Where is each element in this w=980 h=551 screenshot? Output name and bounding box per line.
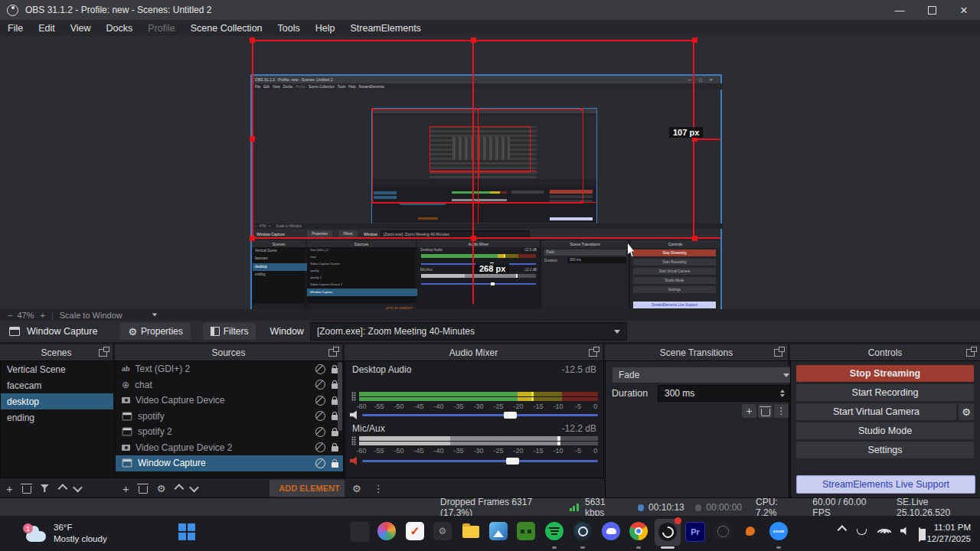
scene-up-button[interactable] — [57, 484, 67, 494]
scale-mode-arrow-icon[interactable] — [152, 314, 157, 317]
mixer-grip-handle[interactable] — [351, 436, 356, 445]
properties-button[interactable]: ⚙ Properties — [120, 323, 190, 340]
chrome-icon[interactable] — [629, 522, 648, 540]
mic-volume-slider[interactable] — [362, 458, 598, 465]
studio-mode-button[interactable]: Studio Mode — [796, 422, 974, 439]
transition-type-select[interactable]: Fade — [612, 367, 796, 383]
todo-check-icon[interactable]: ✓ — [406, 522, 424, 540]
menu-help[interactable]: Help — [308, 20, 343, 36]
zoom-out-button[interactable]: − — [0, 311, 17, 320]
tray-volume-icon[interactable] — [900, 527, 909, 535]
tray-expand-icon[interactable] — [838, 525, 848, 535]
selection-bottom-edge[interactable] — [252, 237, 720, 239]
zoom-icon[interactable]: zoom — [769, 522, 788, 540]
photos-app-icon[interactable] — [489, 522, 508, 540]
muted-mic-icon[interactable] — [350, 456, 360, 465]
settings-button[interactable]: Settings — [796, 442, 974, 458]
controls-popout-icon[interactable] — [966, 349, 975, 357]
source-item-text[interactable]: ab Text (GDI+) 2 — [116, 361, 343, 377]
menu-tools[interactable]: Tools — [270, 20, 308, 36]
lock-icon[interactable] — [332, 431, 338, 436]
transitions-panel-header[interactable]: Scene Transitions — [605, 344, 788, 360]
preview-canvas[interactable]: OBS 31.1.2 - Profile: new - Scenes: Unti… — [0, 36, 980, 309]
voicemeeter-icon[interactable] — [714, 522, 732, 540]
mic-volume-handle[interactable] — [506, 458, 519, 465]
sources-scrollbar[interactable] — [338, 362, 342, 431]
discord-icon[interactable] — [602, 522, 620, 540]
zoom-in-button[interactable]: + — [34, 311, 51, 320]
streamelements-support-button[interactable]: StreamElements Live Support — [796, 475, 975, 494]
fl-studio-icon[interactable] — [741, 522, 760, 540]
scenes-popout-icon[interactable] — [99, 349, 107, 357]
start-recording-button[interactable]: Start Recording — [796, 384, 974, 401]
mixer-grip-handle[interactable] — [351, 392, 356, 401]
desktop-volume-handle[interactable] — [504, 412, 517, 419]
pinwheel-app-icon[interactable] — [377, 522, 396, 540]
desktop-volume-slider[interactable] — [362, 412, 598, 419]
menu-file[interactable]: File — [0, 20, 31, 36]
minimize-button[interactable]: — — [884, 0, 916, 20]
scale-mode-select[interactable]: Scale to Window — [54, 311, 129, 320]
copilot-icon[interactable] — [350, 522, 370, 542]
speaker-icon[interactable] — [350, 410, 360, 419]
steam-icon[interactable] — [573, 522, 592, 540]
source-item-spotify-2[interactable]: spotify 2 — [116, 424, 343, 440]
maximize-button[interactable] — [916, 0, 948, 20]
scene-filters-button[interactable] — [41, 484, 49, 492]
mixer-gear-icon[interactable]: ⚙ — [352, 483, 361, 494]
scene-item-vertical-scene[interactable]: Vertical Scene — [1, 361, 113, 377]
mixer-popout-icon[interactable] — [589, 349, 597, 357]
selection-handle-tr[interactable] — [692, 37, 697, 43]
controls-panel-header[interactable]: Controls — [790, 344, 980, 360]
lock-icon[interactable] — [332, 446, 338, 452]
duration-spinner-arrows-icon[interactable] — [780, 390, 785, 397]
source-item-video-capture-2[interactable]: Video Capture Device 2 — [116, 440, 343, 456]
obs-active-box[interactable] — [655, 519, 681, 546]
selection-handle-br[interactable] — [692, 236, 697, 241]
utility-app-icon[interactable]: ⚙ — [433, 522, 452, 540]
window-capture-source[interactable]: OBS 31.1.2 - Profile: new - Scenes: Unti… — [252, 76, 720, 340]
scene-item-desktop[interactable]: desktop — [1, 393, 113, 409]
scene-down-button[interactable] — [73, 482, 83, 492]
window-select[interactable]: [Zoom.exe]: Zoom Meeting 40-Minutes — [310, 322, 627, 341]
visibility-icon[interactable] — [315, 427, 325, 437]
source-properties-gear-icon[interactable]: ⚙ — [157, 483, 166, 494]
selection-handle-bc[interactable] — [471, 236, 476, 241]
selection-handle-tl[interactable] — [250, 37, 255, 43]
remove-scene-button[interactable] — [22, 486, 31, 494]
menu-view[interactable]: View — [63, 20, 99, 36]
lock-icon[interactable] — [332, 462, 338, 468]
virtual-camera-config-button[interactable]: ⚙ — [959, 403, 974, 420]
scene-item-ending[interactable]: ending — [1, 409, 113, 425]
start-button[interactable] — [177, 522, 197, 542]
source-up-button[interactable] — [175, 484, 185, 494]
source-item-chat[interactable]: ⊕ chat — [116, 377, 343, 393]
remove-transition-button[interactable] — [758, 404, 773, 418]
visibility-icon[interactable] — [315, 364, 325, 374]
sources-panel-header[interactable]: Sources — [115, 344, 342, 360]
filters-button[interactable]: Filters — [203, 323, 256, 340]
close-button[interactable]: ✕ — [948, 0, 980, 20]
weather-widget[interactable]: 1 36°F Mostly cloudy — [26, 522, 107, 545]
mixer-panel-header[interactable]: Audio Mixer — [345, 344, 603, 360]
scene-item-facecam[interactable]: facecam — [1, 377, 113, 393]
menu-scene-collection[interactable]: Scene Collection — [183, 20, 270, 36]
source-item-spotify[interactable]: spotify — [116, 409, 343, 425]
source-item-video-capture[interactable]: Video Capture Device — [116, 393, 343, 409]
scenes-panel-header[interactable]: Scenes — [0, 344, 113, 360]
sources-popout-icon[interactable] — [328, 349, 337, 357]
menu-streamelements[interactable]: StreamElements — [342, 20, 428, 36]
menu-edit[interactable]: Edit — [31, 20, 63, 36]
add-transition-button[interactable]: + — [742, 404, 756, 418]
menu-profile[interactable]: Profile — [140, 20, 182, 36]
visibility-icon[interactable] — [315, 411, 325, 421]
duration-input[interactable]: 300 ms — [658, 385, 790, 402]
file-explorer-icon[interactable] — [461, 522, 481, 542]
tray-clock[interactable]: 11:01 PM 12/27/2025 — [926, 522, 971, 545]
tray-battery-icon[interactable] — [919, 528, 920, 542]
visibility-icon[interactable] — [315, 396, 325, 406]
menu-docks[interactable]: Docks — [99, 20, 141, 36]
transition-kebab-button[interactable]: ⋮ — [774, 404, 789, 418]
stop-streaming-button[interactable]: Stop Streaming — [796, 365, 974, 382]
visibility-icon[interactable] — [315, 380, 325, 390]
